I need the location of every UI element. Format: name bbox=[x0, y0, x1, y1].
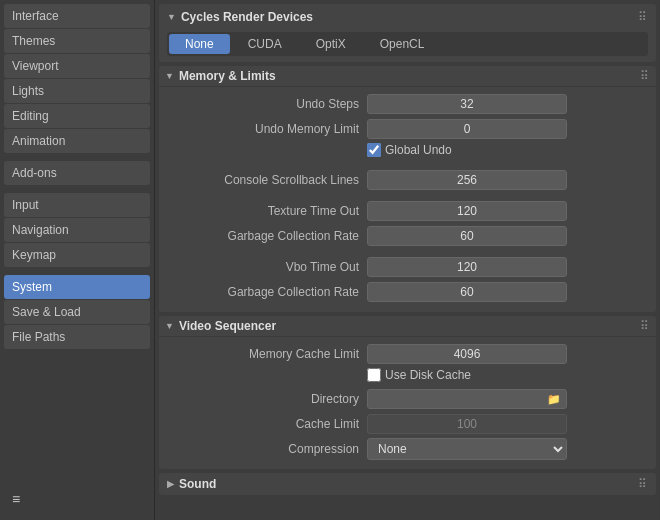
sidebar-item-keymap[interactable]: Keymap bbox=[4, 243, 150, 267]
video-sequencer-expand-icon: ▼ bbox=[165, 321, 174, 331]
gc-rate-input-2[interactable] bbox=[367, 282, 567, 302]
sidebar-item-addons[interactable]: Add-ons bbox=[4, 161, 150, 185]
console-scrollback-row: Console Scrollback Lines bbox=[167, 169, 648, 191]
use-disk-cache-label[interactable]: Use Disk Cache bbox=[367, 368, 471, 382]
tab-none[interactable]: None bbox=[169, 34, 230, 54]
video-sequencer-options-icon[interactable]: ⠿ bbox=[640, 319, 650, 333]
cycles-section: ▼ Cycles Render Devices ⠿ None CUDA Opti… bbox=[159, 4, 656, 62]
cache-limit-input bbox=[367, 414, 567, 434]
video-sequencer-section: ▼ Video Sequencer ⠿ Memory Cache Limit U… bbox=[159, 316, 656, 469]
sidebar-item-input[interactable]: Input bbox=[4, 193, 150, 217]
compression-label: Compression bbox=[167, 442, 367, 456]
memory-limits-header-left: ▼ Memory & Limits bbox=[165, 69, 276, 83]
sidebar: Interface Themes Viewport Lights Editing… bbox=[0, 0, 155, 520]
gc-rate-row-2: Garbage Collection Rate bbox=[167, 281, 648, 303]
global-undo-row: Global Undo bbox=[167, 143, 648, 157]
cycles-options-icon[interactable]: ⠿ bbox=[638, 10, 648, 24]
gc-rate-label-2: Garbage Collection Rate bbox=[167, 285, 367, 299]
directory-input[interactable] bbox=[368, 390, 542, 408]
sound-expand-icon: ▶ bbox=[167, 479, 174, 489]
sound-header[interactable]: ▶ Sound ⠿ bbox=[159, 473, 656, 495]
sidebar-divider-2 bbox=[4, 186, 150, 192]
sound-header-left: ▶ Sound bbox=[167, 477, 216, 491]
sidebar-item-interface[interactable]: Interface bbox=[4, 4, 150, 28]
sidebar-item-themes[interactable]: Themes bbox=[4, 29, 150, 53]
cache-limit-label: Cache Limit bbox=[167, 417, 367, 431]
main-content: ▼ Cycles Render Devices ⠿ None CUDA Opti… bbox=[155, 0, 660, 520]
sound-options-icon[interactable]: ⠿ bbox=[638, 477, 648, 491]
texture-timeout-label: Texture Time Out bbox=[167, 204, 367, 218]
cache-limit-row: Cache Limit bbox=[167, 413, 648, 435]
texture-timeout-row: Texture Time Out bbox=[167, 200, 648, 222]
compression-row: Compression None bbox=[167, 438, 648, 460]
vbo-timeout-label: Vbo Time Out bbox=[167, 260, 367, 274]
video-sequencer-title: Video Sequencer bbox=[179, 319, 276, 333]
memory-limits-section: ▼ Memory & Limits ⠿ Undo Steps Undo Memo… bbox=[159, 66, 656, 312]
global-undo-checkbox[interactable] bbox=[367, 143, 381, 157]
undo-steps-input[interactable] bbox=[367, 94, 567, 114]
tab-opencl[interactable]: OpenCL bbox=[364, 34, 441, 54]
sidebar-item-lights[interactable]: Lights bbox=[4, 79, 150, 103]
memory-limits-title: Memory & Limits bbox=[179, 69, 276, 83]
console-scrollback-input[interactable] bbox=[367, 170, 567, 190]
memory-limits-options-icon[interactable]: ⠿ bbox=[640, 69, 650, 83]
memory-limits-expand-icon: ▼ bbox=[165, 71, 174, 81]
sidebar-item-editing[interactable]: Editing bbox=[4, 104, 150, 128]
memory-limits-header[interactable]: ▼ Memory & Limits ⠿ bbox=[159, 66, 656, 86]
video-sequencer-header-left: ▼ Video Sequencer bbox=[165, 319, 276, 333]
video-sequencer-body: Memory Cache Limit Use Disk Cache Direct… bbox=[159, 336, 656, 469]
memory-cache-label: Memory Cache Limit bbox=[167, 347, 367, 361]
tab-cuda[interactable]: CUDA bbox=[232, 34, 298, 54]
sidebar-item-animation[interactable]: Animation bbox=[4, 129, 150, 153]
texture-timeout-input[interactable] bbox=[367, 201, 567, 221]
global-undo-label[interactable]: Global Undo bbox=[367, 143, 452, 157]
memory-cache-row: Memory Cache Limit bbox=[167, 343, 648, 365]
gc-rate-input-1[interactable] bbox=[367, 226, 567, 246]
cycles-tab-group: None CUDA OptiX OpenCL bbox=[167, 32, 648, 56]
console-scrollback-label: Console Scrollback Lines bbox=[167, 173, 367, 187]
use-disk-cache-checkbox[interactable] bbox=[367, 368, 381, 382]
sidebar-divider-1 bbox=[4, 154, 150, 160]
sidebar-item-viewport[interactable]: Viewport bbox=[4, 54, 150, 78]
global-undo-text: Global Undo bbox=[385, 143, 452, 157]
sidebar-item-saveload[interactable]: Save & Load bbox=[4, 300, 150, 324]
undo-memory-input[interactable] bbox=[367, 119, 567, 139]
undo-memory-label: Undo Memory Limit bbox=[167, 122, 367, 136]
sound-section: ▶ Sound ⠿ bbox=[159, 473, 656, 495]
undo-steps-row: Undo Steps bbox=[167, 93, 648, 115]
gc-rate-label-1: Garbage Collection Rate bbox=[167, 229, 367, 243]
cycles-expand-icon[interactable]: ▼ bbox=[167, 12, 176, 22]
directory-label: Directory bbox=[167, 392, 367, 406]
sidebar-item-navigation[interactable]: Navigation bbox=[4, 218, 150, 242]
vbo-timeout-row: Vbo Time Out bbox=[167, 256, 648, 278]
undo-steps-label: Undo Steps bbox=[167, 97, 367, 111]
directory-input-wrapper: 📁 bbox=[367, 389, 567, 409]
tab-optix[interactable]: OptiX bbox=[300, 34, 362, 54]
cycles-header: ▼ Cycles Render Devices ⠿ bbox=[167, 10, 648, 24]
vbo-timeout-input[interactable] bbox=[367, 257, 567, 277]
use-disk-cache-text: Use Disk Cache bbox=[385, 368, 471, 382]
directory-row: Directory 📁 bbox=[167, 388, 648, 410]
cycles-title-label: Cycles Render Devices bbox=[181, 10, 313, 24]
folder-icon[interactable]: 📁 bbox=[542, 391, 566, 408]
memory-limits-body: Undo Steps Undo Memory Limit Global Undo… bbox=[159, 86, 656, 312]
sidebar-item-filepaths[interactable]: File Paths bbox=[4, 325, 150, 349]
video-sequencer-header[interactable]: ▼ Video Sequencer ⠿ bbox=[159, 316, 656, 336]
sidebar-bottom: ≡ bbox=[4, 482, 150, 516]
compression-select[interactable]: None bbox=[367, 438, 567, 460]
memory-cache-input[interactable] bbox=[367, 344, 567, 364]
hamburger-button[interactable]: ≡ bbox=[4, 486, 150, 512]
sound-title: Sound bbox=[179, 477, 216, 491]
sidebar-divider-3 bbox=[4, 268, 150, 274]
gc-rate-row-1: Garbage Collection Rate bbox=[167, 225, 648, 247]
use-disk-cache-row: Use Disk Cache bbox=[167, 368, 648, 382]
undo-memory-row: Undo Memory Limit bbox=[167, 118, 648, 140]
sidebar-item-system[interactable]: System bbox=[4, 275, 150, 299]
cycles-title: ▼ Cycles Render Devices bbox=[167, 10, 313, 24]
